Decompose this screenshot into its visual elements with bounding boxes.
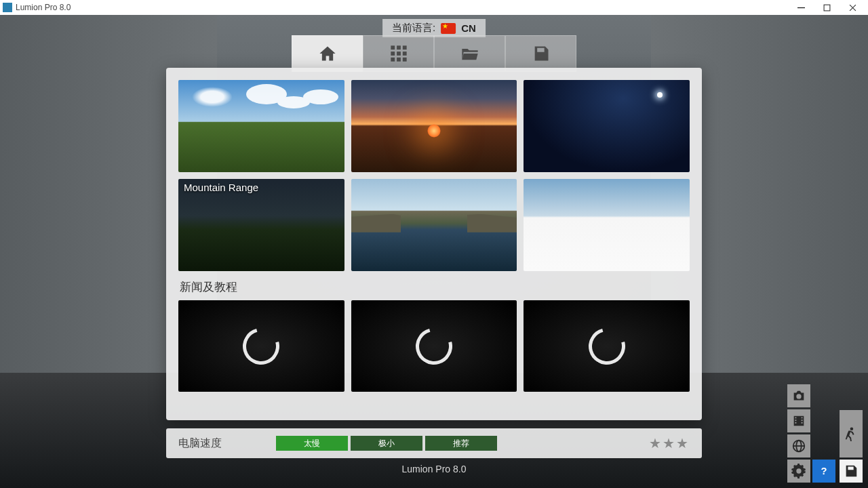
svg-rect-1 [824, 5, 830, 11]
loading-spinner-icon [236, 321, 286, 371]
svg-rect-9 [402, 52, 406, 56]
globe-icon [791, 439, 806, 453]
viewport-backdrop: 当前语言: CN Mountain Range 新闻及教程 [0, 15, 868, 488]
benchmark-seg-too-slow: 太慢 [276, 436, 348, 451]
scene-white[interactable] [524, 179, 690, 271]
svg-rect-4 [391, 45, 395, 49]
scene-sunset[interactable] [351, 80, 517, 172]
side-toolbars: ? [787, 384, 863, 483]
scene-grid: Mountain Range [178, 80, 690, 271]
window-close-button[interactable] [840, 0, 865, 15]
tab-templates[interactable] [363, 35, 434, 72]
svg-rect-12 [402, 58, 406, 62]
benchmark-segments: 太慢 极小 推荐 [276, 436, 639, 451]
tool-help[interactable]: ? [812, 460, 835, 483]
help-icon: ? [816, 464, 831, 479]
footer-version: Lumion Pro 8.0 [0, 464, 868, 474]
tool-save-scene[interactable] [840, 460, 863, 483]
tool-panorama[interactable] [787, 434, 810, 458]
benchmark-stars: ★★★ [649, 435, 690, 451]
benchmark-label: 电脑速度 [178, 436, 267, 451]
scene-label: Mountain Range [184, 182, 258, 193]
tool-walk-mode[interactable] [840, 410, 863, 458]
language-bar[interactable]: 当前语言: CN [382, 19, 486, 37]
title-bar: Lumion Pro 8.0 [0, 0, 868, 15]
app-icon [3, 3, 12, 12]
tool-settings[interactable] [787, 460, 810, 483]
benchmark-seg-minimal: 极小 [351, 436, 422, 451]
news-item[interactable] [524, 300, 690, 392]
home-icon [318, 44, 337, 63]
svg-rect-11 [397, 58, 401, 62]
pedestrian-icon [844, 426, 859, 441]
app-title: Lumion Pro 8.0 [16, 3, 71, 12]
svg-rect-7 [391, 52, 395, 56]
svg-text:?: ? [821, 466, 827, 476]
grid-icon [389, 44, 408, 63]
scene-fjord[interactable] [351, 179, 517, 271]
tab-save[interactable] [505, 35, 576, 72]
svg-point-17 [850, 427, 854, 430]
tool-movie[interactable] [787, 409, 810, 432]
scene-night[interactable] [524, 80, 690, 172]
tool-camera[interactable] [787, 384, 810, 407]
tab-home[interactable] [292, 35, 363, 72]
news-item[interactable] [351, 300, 517, 392]
svg-rect-5 [397, 45, 401, 49]
folder-open-icon [460, 44, 479, 63]
save-icon [532, 44, 551, 63]
flag-cn-icon [441, 23, 456, 34]
gear-icon [791, 464, 806, 479]
film-icon [791, 413, 806, 428]
loading-spinner-icon [582, 321, 632, 371]
language-code: CN [461, 22, 476, 34]
scene-day[interactable] [178, 80, 344, 172]
benchmark-seg-recommend: 推荐 [425, 436, 497, 451]
window-minimize-button[interactable] [788, 0, 814, 15]
news-item[interactable] [178, 300, 344, 392]
main-tabs [292, 35, 576, 72]
svg-rect-0 [797, 7, 805, 7]
tab-open[interactable] [434, 35, 505, 72]
window-maximize-button[interactable] [814, 0, 840, 15]
loading-spinner-icon [409, 321, 459, 371]
language-label: 当前语言: [392, 22, 435, 35]
svg-rect-6 [402, 45, 406, 49]
scene-mountain-range[interactable]: Mountain Range [178, 179, 344, 271]
start-panel: Mountain Range 新闻及教程 [166, 68, 702, 420]
save-icon [844, 464, 859, 479]
camera-icon [791, 388, 806, 403]
news-section-title: 新闻及教程 [180, 279, 690, 295]
svg-rect-8 [397, 52, 401, 56]
svg-rect-10 [391, 58, 395, 62]
news-grid [178, 300, 690, 392]
benchmark-bar: 电脑速度 太慢 极小 推荐 ★★★ [166, 428, 702, 458]
